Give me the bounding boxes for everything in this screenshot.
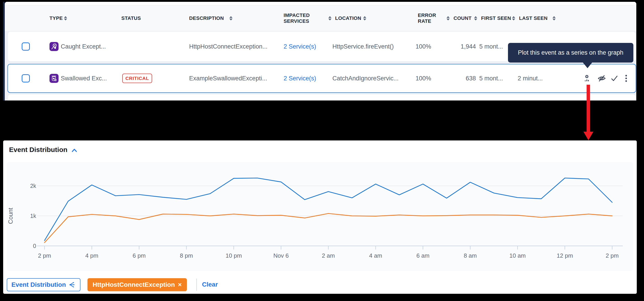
resolve-check-icon[interactable] <box>610 73 619 83</box>
table-header-row: TYPE STATUS DESCRIPTION IMPACTED SERVICE… <box>5 5 636 31</box>
error-rate-cell: 100% <box>416 75 431 82</box>
clear-series-button[interactable]: Clear <box>202 281 218 288</box>
row-more-menu-kebab-icon[interactable] <box>621 73 631 83</box>
footer-divider <box>196 279 197 291</box>
count-cell: 1,944 <box>450 43 476 50</box>
description-cell: HttpHostConnectException... <box>189 43 268 50</box>
sort-icon-description[interactable] <box>229 16 232 20</box>
tooltip-caret <box>582 62 592 68</box>
description-cell: ExampleSwallowedExcepti... <box>189 75 267 82</box>
svg-text:10 am: 10 am <box>509 252 526 259</box>
col-header-location: LOCATION <box>335 15 361 21</box>
col-header-last-seen: LAST SEEN <box>519 15 548 21</box>
svg-text:Count: Count <box>7 208 14 224</box>
type-label: Caught Except... <box>61 43 106 50</box>
col-header-type: TYPE <box>50 15 63 21</box>
caught-exception-net-icon <box>50 42 58 51</box>
svg-text:10 pm: 10 pm <box>226 252 242 259</box>
col-header-count: COUNT <box>454 15 472 21</box>
table-top-strip <box>5 2 636 5</box>
svg-text:6 pm: 6 pm <box>133 252 146 259</box>
svg-text:2 pm: 2 pm <box>606 252 619 259</box>
sort-icon-location[interactable] <box>363 16 366 20</box>
sort-icon-type[interactable] <box>64 16 67 20</box>
row-checkbox[interactable] <box>22 74 30 82</box>
sort-icon-trailing[interactable] <box>552 16 556 20</box>
sort-icon-impacted[interactable] <box>328 16 332 20</box>
error-rate-cell: 100% <box>416 43 431 50</box>
impacted-services-link[interactable]: 2 Service(s) <box>284 43 316 50</box>
plot-on-graph-button[interactable] <box>582 73 592 83</box>
col-header-description: DESCRIPTION <box>189 15 224 21</box>
count-cell: 638 <box>450 75 476 82</box>
hide-event-eye-off-icon[interactable] <box>597 73 607 83</box>
first-seen-cell: 5 mont... <box>479 43 503 50</box>
chart-svg: 01k2k2 pm4 pm6 pm8 pm10 pmNov 62 am4 am6… <box>3 140 637 294</box>
chip-close-icon[interactable]: × <box>178 281 182 288</box>
row-checkbox[interactable] <box>22 42 30 50</box>
series-filter-chip[interactable]: HttpHostConnectException × <box>88 278 187 291</box>
annotation-red-arrow <box>586 85 590 132</box>
event-distribution-panel: Event Distribution 01k2k2 pm4 pm6 pm8 pm… <box>3 140 637 294</box>
table-row-partial <box>8 94 636 100</box>
annotation-red-arrow-head <box>584 132 594 140</box>
last-seen-cell: 2 minut... <box>518 75 543 82</box>
series-button-label: Event Distribution <box>11 281 66 288</box>
location-cell: HttpService.fireEvent() <box>332 43 394 50</box>
app-background-strip <box>3 2 5 100</box>
svg-text:8 am: 8 am <box>464 252 477 259</box>
svg-text:8 pm: 8 pm <box>180 252 193 259</box>
type-label: Swallowed Exc... <box>61 75 107 82</box>
sort-icon-first-seen[interactable] <box>474 16 477 20</box>
sort-icon-count[interactable] <box>446 16 450 20</box>
chip-label: HttpHostConnectException <box>93 281 175 288</box>
impacted-services-link[interactable]: 2 Service(s) <box>284 75 316 82</box>
svg-text:4 pm: 4 pm <box>85 252 98 259</box>
first-seen-cell: 5 mont... <box>479 75 503 82</box>
col-header-impacted-services: IMPACTED SERVICES <box>284 12 310 24</box>
svg-text:2 pm: 2 pm <box>38 252 51 259</box>
table-row-swallowed-exception[interactable]: Swallowed Exc... CRITICAL ExampleSwallow… <box>8 64 636 93</box>
col-header-error-rate: ERROR RATE <box>418 12 436 24</box>
svg-text:12 pm: 12 pm <box>557 252 573 259</box>
location-cell: CatchAndIgnoreServic... <box>332 75 398 82</box>
svg-text:1k: 1k <box>30 213 36 219</box>
sort-icon-last-seen[interactable] <box>512 16 515 20</box>
svg-text:0: 0 <box>33 243 36 249</box>
event-distribution-series-button[interactable]: Event Distribution <box>7 278 80 291</box>
svg-text:4 am: 4 am <box>369 252 382 259</box>
col-header-status: STATUS <box>121 15 141 21</box>
svg-text:Nov 6: Nov 6 <box>274 252 289 259</box>
svg-text:2k: 2k <box>30 183 36 189</box>
spread-arrows-icon <box>69 281 76 288</box>
tooltip-text: Plot this event as a series on the graph <box>518 49 624 56</box>
svg-text:2 am: 2 am <box>322 252 335 259</box>
swallowed-exception-jar-icon <box>50 74 58 83</box>
svg-text:6 am: 6 am <box>416 252 430 259</box>
col-header-first-seen: FIRST SEEN <box>481 15 511 21</box>
critical-status-badge: CRITICAL <box>122 74 152 83</box>
plot-event-tooltip: Plot this event as a series on the graph <box>508 43 634 62</box>
